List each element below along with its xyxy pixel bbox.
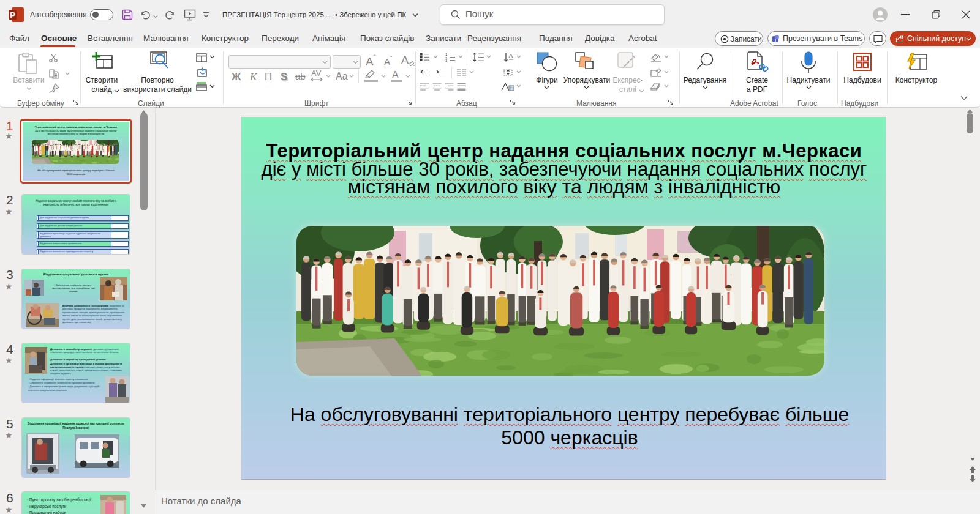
svg-text:A: A — [509, 53, 513, 59]
svg-text:T: T — [774, 37, 777, 43]
svg-text:3: 3 — [445, 59, 447, 62]
svg-text:P: P — [10, 10, 15, 20]
